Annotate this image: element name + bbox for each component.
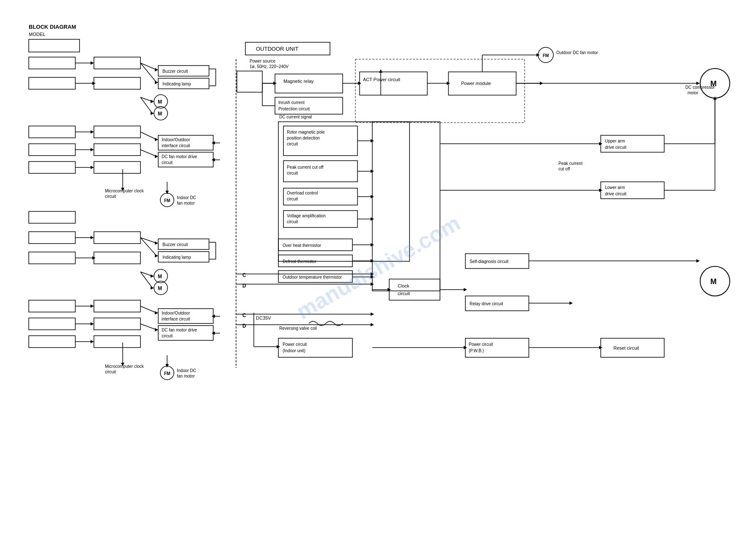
svg-text:Defrost thermistor: Defrost thermistor (283, 259, 316, 264)
svg-text:Relay drive circuit: Relay drive circuit (470, 301, 503, 306)
svg-text:Reset circuit: Reset circuit (613, 345, 639, 351)
svg-text:circuit: circuit (162, 334, 173, 338)
svg-text:DC fan motor drive: DC fan motor drive (162, 328, 197, 332)
svg-text:Over heat thermistor: Over heat thermistor (283, 243, 322, 248)
svg-text:MODEL: MODEL (29, 32, 45, 37)
svg-text:Peak current: Peak current (558, 161, 583, 166)
svg-text:DC current signal: DC current signal (279, 115, 312, 119)
svg-text:(P.W.B.): (P.W.B.) (469, 348, 484, 353)
svg-text:fan motor: fan motor (177, 374, 195, 378)
svg-text:Clock: Clock (398, 283, 410, 288)
svg-text:Inrush current: Inrush current (278, 100, 305, 105)
svg-text:Rotor magnetic pole: Rotor magnetic pole (287, 130, 325, 134)
svg-text:DC35V: DC35V (256, 315, 271, 320)
svg-text:Peak current cut off: Peak current cut off (287, 165, 324, 170)
svg-text:D: D (242, 283, 246, 289)
svg-text:Power source: Power source (250, 59, 276, 63)
svg-text:Power circuit: Power circuit (283, 342, 307, 347)
svg-text:M: M (158, 274, 162, 279)
svg-text:C: C (242, 312, 246, 318)
svg-text:FM: FM (543, 53, 549, 58)
svg-text:C: C (242, 272, 246, 278)
svg-text:Indoor/Outdoor: Indoor/Outdoor (162, 137, 190, 142)
svg-text:circuit: circuit (398, 291, 410, 296)
svg-text:Indoor DC: Indoor DC (177, 195, 196, 200)
svg-text:D: D (242, 323, 246, 329)
svg-text:Indicating lamp: Indicating lamp (162, 255, 191, 260)
svg-text:OUTDOOR UNIT: OUTDOOR UNIT (256, 46, 298, 52)
svg-text:ACT Power circuit: ACT Power circuit (363, 77, 400, 82)
svg-text:circuit: circuit (287, 171, 298, 175)
svg-text:circuit: circuit (105, 194, 116, 199)
svg-text:Microcomputer clock: Microcomputer clock (105, 189, 144, 193)
svg-text:Buzzer circuit: Buzzer circuit (162, 242, 188, 247)
svg-text:Outdoor DC fan motor: Outdoor DC fan motor (556, 50, 598, 55)
svg-text:Upper arm: Upper arm (605, 139, 625, 143)
svg-text:interface circuit: interface circuit (162, 317, 190, 321)
svg-text:drive circuit: drive circuit (605, 145, 627, 150)
svg-text:M: M (158, 99, 162, 105)
svg-text:Indoor DC: Indoor DC (177, 368, 196, 373)
svg-text:1ø, 50Hz, 220~240V: 1ø, 50Hz, 220~240V (250, 64, 289, 69)
svg-text:Voltage amplification: Voltage amplification (287, 214, 326, 218)
svg-text:DC fan motor drive: DC fan motor drive (162, 154, 197, 159)
svg-text:circuit: circuit (287, 219, 298, 224)
svg-text:FM: FM (164, 371, 170, 376)
svg-text:position detection: position detection (287, 136, 320, 140)
svg-text:M: M (158, 285, 162, 291)
svg-text:circuit: circuit (162, 160, 173, 165)
svg-text:M: M (158, 111, 162, 117)
svg-text:cut off: cut off (558, 167, 570, 171)
svg-text:interface circuit: interface circuit (162, 143, 190, 148)
svg-text:circuit: circuit (287, 197, 298, 201)
svg-text:drive circuit: drive circuit (605, 192, 627, 196)
svg-text:Overload control: Overload control (287, 191, 318, 195)
svg-text:Outdoor temperature thermistor: Outdoor temperature thermistor (283, 275, 342, 279)
svg-text:Indoor/Outdoor: Indoor/Outdoor (162, 311, 190, 315)
svg-text:Power circuit: Power circuit (469, 342, 493, 347)
svg-text:circuit: circuit (105, 370, 116, 374)
svg-text:DC compressor: DC compressor (685, 85, 715, 90)
page: BLOCK DIAGRAM MODEL OUTDOOR UNIT Power s… (0, 0, 756, 534)
svg-text:FM: FM (164, 198, 170, 203)
svg-text:Reversing valve coil: Reversing valve coil (279, 326, 317, 331)
svg-text:M: M (710, 277, 717, 286)
svg-text:motor: motor (687, 90, 698, 95)
svg-text:Power module: Power module (461, 81, 491, 86)
svg-text:(Indoor unit): (Indoor unit) (283, 348, 305, 353)
svg-text:Magnetic relay: Magnetic relay (283, 79, 314, 84)
svg-text:Protection circuit: Protection circuit (278, 107, 310, 111)
svg-text:Buzzer circuit: Buzzer circuit (162, 69, 188, 74)
svg-text:fan motor: fan motor (177, 201, 195, 205)
svg-text:Self-diagnosis circuit: Self-diagnosis circuit (470, 259, 509, 264)
svg-text:Indicating lamp: Indicating lamp (162, 82, 191, 86)
svg-text:Microcomputer clock: Microcomputer clock (105, 364, 144, 369)
svg-text:Lower arm: Lower arm (605, 185, 625, 190)
svg-text:BLOCK DIAGRAM: BLOCK DIAGRAM (29, 24, 76, 30)
svg-text:circuit: circuit (287, 142, 298, 146)
